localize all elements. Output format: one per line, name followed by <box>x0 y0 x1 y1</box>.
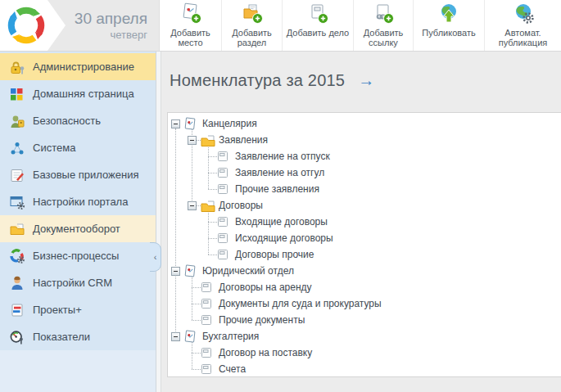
lock-key-icon <box>9 60 25 74</box>
tree-item[interactable]: Договоры прочие <box>204 246 314 263</box>
tree-item-label: Прочие документы <box>219 314 305 326</box>
folder-icon <box>9 222 25 237</box>
tree-item[interactable]: Прочие документы <box>188 312 305 328</box>
tree-item-label: Юридический отдел <box>202 265 294 277</box>
sidebar-item-crm-settings[interactable]: Настройки CRM <box>0 269 156 296</box>
add-link-icon <box>373 2 394 26</box>
tree-connector-line <box>175 128 176 336</box>
sidebar-item-label: Система <box>33 142 75 154</box>
tree-item-label: Канцелярия <box>202 118 257 129</box>
sidebar-item-label: Настройки портала <box>33 196 128 208</box>
tree-item[interactable]: Прочие заявления <box>204 181 319 197</box>
tree-item-label: Договоры <box>219 200 263 211</box>
projects-doc-icon <box>9 303 25 318</box>
network-nodes-icon <box>9 141 25 155</box>
doc-icon <box>216 182 229 196</box>
sidebar-item-label: Показатели <box>33 331 90 343</box>
tree-item[interactable]: Договоры на аренду <box>188 279 312 295</box>
date-display: 30 апреля четверг <box>75 10 147 42</box>
tree-expander-minus[interactable] <box>171 119 180 128</box>
add-link-button[interactable]: Добавить ссылку <box>354 0 414 51</box>
tree-item-label: Заявления <box>219 134 268 146</box>
place-icon <box>183 117 197 130</box>
sidebar-item-label: Документооборот <box>33 223 120 235</box>
nomenclature-tree: КанцелярияЗаявленияЗаявление на отпускЗа… <box>168 113 561 376</box>
doc-icon <box>216 232 229 245</box>
process-gear-icon <box>9 249 25 264</box>
sidebar-item-projects-plus[interactable]: Проекты+ <box>0 296 156 323</box>
add-case-button-label: Добавить дело <box>284 28 351 38</box>
tree-item[interactable]: Счета <box>188 361 246 377</box>
sidebar: АдминистрированиеДомашняя страницаБезопа… <box>0 52 156 392</box>
sidebar-item-label: Проекты+ <box>33 304 82 316</box>
auto-publish-icon <box>513 2 534 26</box>
tree-item-label: Документы для суда и прокуратуры <box>219 298 382 309</box>
tree-expander-minus[interactable] <box>171 267 180 276</box>
tree-item[interactable]: Канцелярия <box>171 115 257 132</box>
doc-icon <box>200 281 213 294</box>
tree-item[interactable]: Заявление на отпуск <box>204 148 330 164</box>
sidebar-item-label: Безопасность <box>33 115 101 127</box>
tree-item-label: Исходящие договоры <box>235 232 333 244</box>
date-weekday: четверг <box>75 28 147 42</box>
add-case-icon <box>307 2 328 26</box>
add-place-button[interactable]: Добавить место <box>160 0 222 51</box>
security-person-icon <box>9 114 25 128</box>
tree-expander-minus[interactable] <box>171 332 180 341</box>
sidebar-item-docflow[interactable]: Документооборот <box>0 215 156 242</box>
toolbar: Добавить местоДобавить разделДобавить де… <box>160 0 561 51</box>
publish-button-label: Публиковать <box>415 28 482 38</box>
tree-item[interactable]: Исходящие договоры <box>204 230 333 246</box>
sidebar-item-system[interactable]: Система <box>0 134 156 161</box>
tree-item-label: Договоры прочие <box>235 249 314 260</box>
sidebar-item-home-page[interactable]: Домашняя страница <box>0 80 156 107</box>
sidebar-divider <box>156 52 161 392</box>
circular-arrows-logo-icon[interactable] <box>7 7 45 44</box>
home-tiles-icon <box>9 87 25 101</box>
tree-item-label: Договоры на аренду <box>219 282 312 293</box>
sidebar-item-base-apps[interactable]: Базовые приложения <box>0 161 156 188</box>
tree-item[interactable]: Документы для суда и прокуратуры <box>188 295 382 312</box>
person-icon <box>9 276 25 291</box>
sidebar-item-label: Администрирование <box>33 61 134 73</box>
tree-item-label: Заявление на отгул <box>235 167 324 178</box>
tree-item[interactable]: Юридический отдел <box>171 263 294 279</box>
tree-item-label: Прочие заявления <box>235 183 319 195</box>
page-title-text: Номенклатура за 2015 <box>170 71 345 89</box>
doc-icon <box>200 297 213 310</box>
publish-button[interactable]: Публиковать <box>414 0 485 51</box>
doc-icon <box>216 166 229 179</box>
add-section-button[interactable]: Добавить раздел <box>222 0 283 51</box>
sidebar-item-label: Настройки CRM <box>33 277 112 289</box>
tree-item[interactable]: Бухгалтерия <box>171 328 259 345</box>
tree-item[interactable]: Договор на поставку <box>188 345 312 361</box>
add-section-icon <box>242 2 263 26</box>
add-link-button-label: Добавить ссылку <box>355 28 411 47</box>
folder-icon <box>200 133 213 146</box>
sidebar-item-indicators[interactable]: Показатели <box>0 323 156 350</box>
sidebar-item-portal-settings[interactable]: Настройки портала <box>0 188 156 215</box>
folder-icon <box>200 199 213 212</box>
tree-expander-minus[interactable] <box>188 201 197 210</box>
add-case-button[interactable]: Добавить дело <box>283 0 354 51</box>
gauge-icon <box>9 330 25 345</box>
content-area: Номенклатура за 2015→ КанцелярияЗаявлени… <box>161 52 561 392</box>
window-gear-icon <box>9 195 25 210</box>
add-place-icon <box>180 2 201 26</box>
sidebar-item-administration[interactable]: Администрирование <box>0 53 156 80</box>
doc-icon <box>216 150 229 163</box>
tree-item[interactable]: Входящие договоры <box>204 214 328 230</box>
auto-publish-button[interactable]: Автомат. публикация <box>485 0 561 51</box>
tree-expander-minus[interactable] <box>188 136 197 145</box>
tree-item[interactable]: Заявления <box>188 132 268 148</box>
sidebar-collapse-button[interactable]: ‹ <box>150 242 161 272</box>
sidebar-item-security[interactable]: Безопасность <box>0 107 156 134</box>
title-arrow-icon[interactable]: → <box>358 71 374 89</box>
top-header: 30 апреля четверг Добавить местоДобавить… <box>0 0 561 52</box>
doc-icon <box>200 313 213 327</box>
add-section-button-label: Добавить раздел <box>224 28 280 47</box>
sidebar-item-biz-processes[interactable]: Бизнес-процессы <box>0 242 156 269</box>
tree-item[interactable]: Договоры <box>188 197 263 214</box>
tree-item[interactable]: Заявление на отгул <box>204 164 324 181</box>
tree-item-label: Бухгалтерия <box>202 331 259 342</box>
